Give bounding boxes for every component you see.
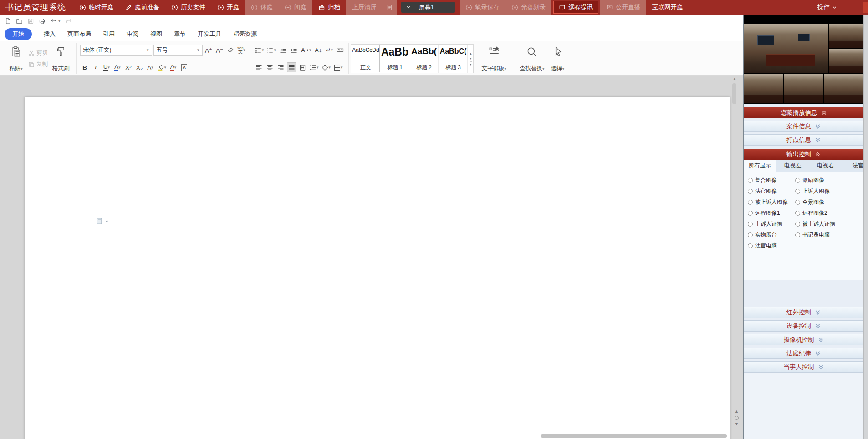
radio-icon[interactable]: [748, 243, 753, 248]
shading-button[interactable]: ▾: [321, 62, 332, 72]
section-camera-control[interactable]: 摄像机控制: [744, 334, 863, 345]
increase-font-icon[interactable]: A⁺: [204, 45, 214, 56]
bullet-list-button[interactable]: ▾: [254, 45, 265, 55]
browse-object-icon[interactable]: [735, 416, 739, 420]
horizontal-scrollbar-thumb[interactable]: [541, 434, 727, 438]
sort-button[interactable]: A↓: [313, 45, 323, 55]
camera-view[interactable]: [784, 74, 823, 103]
minimize-button[interactable]: —: [843, 0, 863, 15]
radio-icon[interactable]: [795, 211, 800, 216]
underline-color-button[interactable]: A▾: [113, 62, 123, 72]
menu-pretrial-prepare[interactable]: 庭前准备: [119, 0, 165, 15]
tab-section[interactable]: 章节: [174, 30, 186, 38]
line-spacing-button[interactable]: ▾: [309, 62, 320, 72]
clear-format-icon[interactable]: [226, 45, 235, 56]
section-mark-info[interactable]: 打点信息: [744, 134, 863, 146]
screen-selector[interactable]: 屏幕1: [401, 2, 455, 13]
tab-references[interactable]: 引用: [103, 30, 115, 38]
menu-remote-interrogation[interactable]: 远程提讯: [553, 1, 598, 14]
bold-button[interactable]: B: [80, 62, 90, 72]
source-panorama-image[interactable]: 全景图像: [795, 198, 863, 206]
tab-ruler-button[interactable]: [335, 45, 345, 55]
source-voice-activated-image[interactable]: 激励图像: [795, 177, 863, 184]
operation-menu[interactable]: 操作: [811, 0, 843, 15]
section-party-control[interactable]: 当事人控制: [744, 361, 863, 373]
output-tab-tv-right[interactable]: 电视右: [809, 160, 842, 172]
style-heading2[interactable]: AaBb( 标题 2: [409, 45, 439, 73]
source-remote-image-1[interactable]: 远程图像1: [748, 209, 795, 217]
section-hide-play-info[interactable]: 隐藏播放信息: [744, 107, 863, 118]
source-appellee-image[interactable]: 被上诉人图像: [748, 198, 795, 206]
radio-icon[interactable]: [795, 178, 800, 183]
tab-dev-tools[interactable]: 开发工具: [198, 30, 221, 38]
source-judge-computer[interactable]: 法官电脑: [748, 242, 795, 250]
scroll-up-icon[interactable]: ▲: [731, 76, 738, 81]
numbered-list-button[interactable]: ▾: [266, 45, 277, 55]
document-page[interactable]: [25, 97, 730, 439]
align-center-button[interactable]: [265, 62, 275, 72]
menu-open-court[interactable]: 开庭: [211, 0, 245, 15]
print-icon[interactable]: [39, 18, 46, 25]
next-page-icon[interactable]: ▼: [735, 422, 739, 426]
tab-docer-resources[interactable]: 稻壳资源: [233, 30, 257, 38]
radio-icon[interactable]: [748, 189, 753, 194]
tab-insert[interactable]: 插入: [44, 30, 56, 38]
window-edge-button[interactable]: [863, 2, 868, 13]
tab-view[interactable]: 视图: [150, 30, 162, 38]
paste-options-button[interactable]: [96, 217, 109, 225]
video-monitor-area[interactable]: [744, 15, 863, 104]
camera-view-main[interactable]: [744, 24, 828, 73]
source-composite-image[interactable]: 复合图像: [748, 177, 795, 184]
find-replace-button[interactable]: 查找替换▾: [517, 44, 547, 73]
source-remote-image-2[interactable]: 远程图像2: [795, 209, 863, 217]
source-judge-image[interactable]: 法官图像: [748, 187, 795, 195]
dropdown-arrow-icon[interactable]: ▾: [58, 19, 61, 23]
underline-button[interactable]: U▾: [102, 62, 112, 72]
radio-icon[interactable]: [795, 222, 800, 227]
borders-button[interactable]: ▾: [333, 62, 344, 72]
radio-icon[interactable]: [748, 232, 753, 237]
open-file-icon[interactable]: [16, 18, 23, 25]
undo-icon[interactable]: ▾: [50, 18, 61, 25]
align-left-button[interactable]: [254, 62, 264, 72]
paste-button[interactable]: 粘贴▾: [5, 44, 26, 73]
section-court-discipline[interactable]: 法庭纪律: [744, 348, 863, 359]
align-right-button[interactable]: [276, 62, 286, 72]
source-clerk-computer[interactable]: 书记员电脑: [795, 231, 863, 239]
radio-icon[interactable]: [795, 200, 800, 205]
source-appellant-evidence[interactable]: 上诉人证据: [748, 220, 795, 228]
style-normal[interactable]: AaBbCcDd 正文: [351, 45, 380, 73]
format-painter-button[interactable]: 格式刷: [50, 44, 72, 73]
select-button[interactable]: 选择▾: [547, 44, 568, 73]
new-doc-icon[interactable]: [5, 18, 11, 25]
output-tab-all-displays[interactable]: 所有显示: [744, 160, 776, 172]
increase-indent-button[interactable]: [289, 45, 299, 55]
radio-icon[interactable]: [795, 232, 800, 237]
radio-icon[interactable]: [748, 222, 753, 227]
style-heading1[interactable]: AaBb 标题 1: [380, 45, 409, 73]
menu-temp-session[interactable]: 临时开庭: [73, 0, 119, 15]
tab-review[interactable]: 审阅: [127, 30, 138, 38]
camera-view[interactable]: [744, 74, 783, 103]
section-case-info[interactable]: 案件信息: [744, 121, 863, 132]
tab-home[interactable]: 开始: [5, 28, 32, 40]
source-appellee-evidence[interactable]: 被上诉人证据: [795, 220, 863, 228]
decrease-indent-button[interactable]: [278, 45, 288, 55]
output-tab-tv-left[interactable]: 电视左: [776, 160, 809, 172]
section-output-control[interactable]: 输出控制: [744, 149, 863, 160]
font-color-button[interactable]: A▾: [168, 62, 178, 72]
font-size-select[interactable]: 五号▾: [153, 45, 203, 56]
camera-view[interactable]: [824, 74, 863, 103]
italic-button[interactable]: I: [91, 62, 101, 72]
menu-internet-court[interactable]: 互联网开庭: [646, 0, 689, 15]
camera-view[interactable]: [829, 49, 863, 73]
highlight-pen-button[interactable]: ▾: [157, 62, 168, 72]
subscript-button[interactable]: X₂: [135, 62, 144, 72]
superscript-button[interactable]: X²: [124, 62, 133, 72]
char-shading-button[interactable]: A▾: [146, 62, 155, 72]
char-border-button[interactable]: A: [179, 62, 189, 72]
menu-archive[interactable]: 归档: [312, 0, 346, 15]
radio-icon[interactable]: [748, 178, 753, 183]
source-appellant-image[interactable]: 上诉人图像: [795, 187, 863, 195]
paragraph-mark-button[interactable]: ↵▾: [324, 45, 334, 55]
